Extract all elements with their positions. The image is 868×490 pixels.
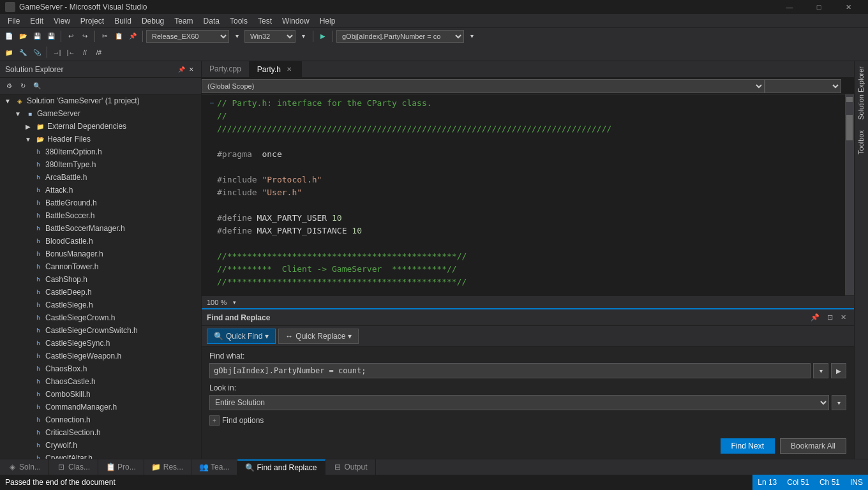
file-bloodcastle[interactable]: h BloodCastle.h <box>0 235 201 248</box>
zoom-dropdown-btn[interactable]: ▾ <box>229 297 239 308</box>
file-cannontower[interactable]: h CannonTower.h <box>0 260 201 273</box>
file-bonusmanager[interactable]: h BonusManager.h <box>0 248 201 260</box>
tb2-indent[interactable]: →| <box>50 46 63 59</box>
menu-file[interactable]: File <box>3 15 25 27</box>
tb2-btn3[interactable]: 📎 <box>31 46 43 59</box>
redo-btn[interactable]: ↪ <box>79 30 91 43</box>
bottom-tab-class[interactable]: ⊡ Clas... <box>49 459 98 475</box>
vertical-scrollbar[interactable] <box>845 94 854 295</box>
toolbox-panel-label[interactable]: Toolbox <box>855 125 868 160</box>
close-button[interactable]: ✕ <box>834 0 863 14</box>
search-toolbar-input[interactable]: gObj[aIndex].PartyNumber = co <box>336 30 464 43</box>
platform-arrow[interactable]: ▾ <box>297 30 310 43</box>
file-castlesiegecrownswitch[interactable]: h CastleSiegeCrownSwitch.h <box>0 324 201 337</box>
new-file-btn[interactable]: 📄 <box>3 30 15 43</box>
file-crywolfaltar[interactable]: h CrywolfAltar.h <box>0 452 201 459</box>
bottom-tab-soln[interactable]: ◈ Soln... <box>0 459 49 475</box>
fr-close-btn[interactable]: ✕ <box>838 313 849 322</box>
fr-options-row[interactable]: + Find options <box>209 415 846 426</box>
configuration-dropdown[interactable]: Release_EX60 <box>146 30 229 43</box>
file-chaoscastle[interactable]: h ChaosCastle.h <box>0 375 201 388</box>
file-battleground[interactable]: h BattleGround.h <box>0 197 201 209</box>
scope-right-dropdown[interactable] <box>765 79 841 93</box>
se-refresh-btn[interactable]: ↻ <box>17 80 29 93</box>
solution-explorer-panel-label[interactable]: Solution Explorer <box>855 61 868 125</box>
se-pin-btn[interactable]: 📌 <box>177 65 186 74</box>
platform-dropdown[interactable]: Win32 <box>244 30 296 43</box>
menu-test[interactable]: Test <box>253 15 277 27</box>
scroll-thumb[interactable] <box>846 115 853 140</box>
file-castlesiegesync[interactable]: h CastleSiegeSync.h <box>0 337 201 350</box>
bottom-tab-tea[interactable]: 👥 Tea... <box>191 459 237 475</box>
menu-help[interactable]: Help <box>315 15 341 27</box>
tree-project[interactable]: ▼ ■ GameServer <box>0 107 201 120</box>
paste-btn[interactable]: 📌 <box>126 30 139 43</box>
se-properties-btn[interactable]: ⚙ <box>3 80 15 93</box>
file-380itemoption[interactable]: h 380ItemOption.h <box>0 145 201 158</box>
file-battlesoccermanager[interactable]: h BattleSoccerManager.h <box>0 222 201 235</box>
save-all-btn[interactable]: 💾 <box>45 30 57 43</box>
code-editor[interactable]: − // Party.h: interface for the CParty c… <box>202 94 854 295</box>
file-arcabattle[interactable]: h ArcaBattle.h <box>0 171 201 184</box>
file-crywolf[interactable]: h Crywolf.h <box>0 439 201 452</box>
fr-lookin-dropdown-btn[interactable]: ▾ <box>832 395 846 410</box>
fr-pin-btn[interactable]: 📌 <box>808 313 822 322</box>
tree-solution[interactable]: ▼ ◈ Solution 'GameServer' (1 project) <box>0 94 201 107</box>
se-search-btn[interactable]: 🔍 <box>31 80 43 93</box>
fr-find-next-inline-btn[interactable]: ▶ <box>831 363 846 378</box>
copy-btn[interactable]: 📋 <box>112 30 125 43</box>
se-close-btn[interactable]: ✕ <box>187 65 196 74</box>
fr-find-input[interactable] <box>209 363 811 378</box>
fr-find-dropdown-btn[interactable]: ▾ <box>813 363 828 378</box>
menu-data[interactable]: Data <box>198 15 225 27</box>
file-castlesiegecrown[interactable]: h CastleSiegeCrown.h <box>0 311 201 324</box>
find-next-button[interactable]: Find Next <box>721 438 775 454</box>
fr-lookin-dropdown[interactable]: Entire Solution Current Document All Ope… <box>209 395 829 410</box>
tb2-uncomment[interactable]: /# <box>93 46 105 59</box>
save-btn[interactable]: 💾 <box>31 30 43 43</box>
file-attack[interactable]: h Attack.h <box>0 184 201 197</box>
file-commandmanager[interactable]: h CommandManager.h <box>0 401 201 413</box>
tree-header-files[interactable]: ▼ 📂 Header Files <box>0 133 201 145</box>
file-battlesoccer[interactable]: h BattleSoccer.h <box>0 209 201 222</box>
quick-find-btn[interactable]: 🔍 Quick Find ▾ <box>207 329 276 344</box>
file-comboskill[interactable]: h ComboSkill.h <box>0 388 201 401</box>
file-connection[interactable]: h Connection.h <box>0 413 201 426</box>
tb2-btn1[interactable]: 📁 <box>3 46 15 59</box>
open-file-btn[interactable]: 📂 <box>17 30 29 43</box>
menu-edit[interactable]: Edit <box>25 15 49 27</box>
menu-build[interactable]: Build <box>109 15 137 27</box>
file-castledeep[interactable]: h CastleDeep.h <box>0 286 201 299</box>
file-cashshop[interactable]: h CashShop.h <box>0 273 201 286</box>
bottom-tab-findreplace[interactable]: 🔍 Find and Replace <box>237 459 325 475</box>
undo-btn[interactable]: ↩ <box>64 30 77 43</box>
maximize-button[interactable]: □ <box>804 0 834 14</box>
menu-team[interactable]: Team <box>169 15 198 27</box>
menu-view[interactable]: View <box>49 15 75 27</box>
file-criticalsection[interactable]: h CriticalSection.h <box>0 426 201 439</box>
minimize-button[interactable]: — <box>775 0 804 14</box>
file-castlesiegeweapon[interactable]: h CastleSiegeWeapon.h <box>0 350 201 362</box>
tab-party-h[interactable]: Party.h ✕ <box>250 61 302 77</box>
tab-party-cpp[interactable]: Party.cpp <box>202 61 250 77</box>
scope-dropdown[interactable]: (Global Scope) <box>202 79 765 93</box>
menu-project[interactable]: Project <box>75 15 109 27</box>
menu-tools[interactable]: Tools <box>225 15 253 27</box>
tb2-comment[interactable]: // <box>79 46 91 59</box>
fold-1[interactable]: − <box>207 97 217 110</box>
menu-debug[interactable]: Debug <box>137 15 169 27</box>
menu-window[interactable]: Window <box>277 15 315 27</box>
file-380itemtype[interactable]: h 380ItemType.h <box>0 158 201 171</box>
bottom-tab-pro[interactable]: 📋 Pro... <box>98 459 144 475</box>
bookmark-all-button[interactable]: Bookmark All <box>780 438 846 454</box>
scroll-up-arrow[interactable] <box>846 97 853 102</box>
cut-btn[interactable]: ✂ <box>98 30 111 43</box>
bottom-tab-output[interactable]: ⊟ Output <box>326 459 376 475</box>
start-btn[interactable]: ▶ <box>317 30 329 43</box>
file-chaosbox[interactable]: h ChaosBox.h <box>0 362 201 375</box>
toolbar-search-arrow[interactable]: ▾ <box>465 30 478 43</box>
fr-move-btn[interactable]: ⊡ <box>825 313 835 322</box>
bottom-tab-res[interactable]: 📁 Res... <box>144 459 191 475</box>
quick-replace-btn[interactable]: ↔ Quick Replace ▾ <box>278 329 359 344</box>
tb2-btn2[interactable]: 🔧 <box>17 46 29 59</box>
